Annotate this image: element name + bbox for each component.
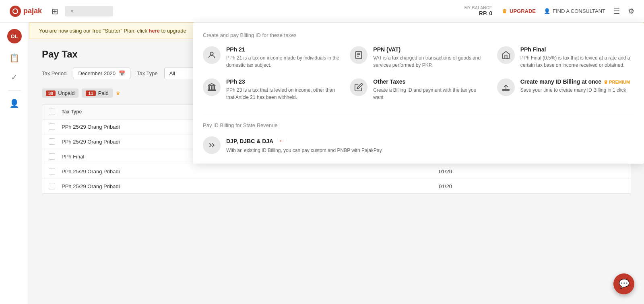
consultant-button[interactable]: 👤 FIND A CONSULTANT xyxy=(544,8,605,14)
popup-item-title: Create many ID Billing at once♛ PREMIUM xyxy=(520,78,634,85)
row-checkbox[interactable] xyxy=(49,123,55,130)
settings-icon[interactable]: ⚙ xyxy=(628,7,634,16)
type-label: Tax Type xyxy=(137,70,158,76)
popup-item-desc: PPh Final (0.5%) is tax that is levied a… xyxy=(520,54,634,69)
djbc-title: DJP, DJBC & DJA ← xyxy=(226,137,382,145)
popup-item-content: Other Taxes Create a Billing ID and paym… xyxy=(373,78,487,101)
popup-item-content: PPh 21 PPh 21 is a tax on income made by… xyxy=(226,46,340,69)
period-value: December 2020 xyxy=(78,70,116,76)
logo-icon xyxy=(10,6,21,17)
tab-unpaid[interactable]: 30 Unpaid xyxy=(42,88,78,98)
popup-item[interactable]: PPN (VAT) VAT is a tax charged on transa… xyxy=(350,46,487,69)
svg-rect-8 xyxy=(214,86,215,90)
popup-item-icon xyxy=(497,46,515,64)
chat-icon: 💬 xyxy=(619,279,630,289)
popup-item-content: PPN (VAT) VAT is a tax charged on transa… xyxy=(373,46,487,69)
djbc-icon xyxy=(203,136,221,154)
create-transaction-popup: Create and pay Billing ID for these taxe… xyxy=(193,23,644,164)
popup-item-desc: Save your time to create many ID Billing… xyxy=(520,86,634,94)
popup-item-icon xyxy=(350,78,367,96)
svg-point-0 xyxy=(210,52,213,55)
popup-item-desc: PPh 21 is a tax on income made by indivi… xyxy=(226,54,340,69)
menu-icon[interactable]: ☰ xyxy=(613,7,620,16)
row-tax: PPh 25/29 Orang Pribadi xyxy=(62,168,432,175)
popup-divider xyxy=(203,114,634,114)
nav-actions: ♛ UPGRADE 👤 FIND A CONSULTANT ☰ ⚙ xyxy=(502,7,634,16)
sidebar-item-person[interactable]: 👤 xyxy=(6,95,23,111)
popup-item[interactable]: PPh 21 PPh 21 is a tax on income made by… xyxy=(203,46,340,69)
row-period: 01/20 xyxy=(439,168,624,175)
popup-item-icon xyxy=(203,78,221,96)
consultant-label: FIND A CONSULTANT xyxy=(553,8,605,14)
svg-rect-11 xyxy=(502,90,509,91)
popup-item[interactable]: Create many ID Billing at once♛ PREMIUM … xyxy=(497,78,634,101)
unpaid-count: 30 xyxy=(46,90,56,96)
popup-item-desc: PPh 23 is a tax that is levied on income… xyxy=(226,86,340,101)
balance-section: MY BALANCE RP. 0 xyxy=(464,6,492,16)
consultant-icon: 👤 xyxy=(544,8,550,14)
djbc-content: DJP, DJBC & DJA ← With an existing ID Bi… xyxy=(226,137,382,154)
djbc-item[interactable]: DJP, DJBC & DJA ← With an existing ID Bi… xyxy=(203,136,634,154)
djbc-arrow-icon: ← xyxy=(278,137,285,145)
popup-item-icon xyxy=(350,46,367,64)
popup-item-content: Create many ID Billing at once♛ PREMIUM … xyxy=(520,78,634,94)
tab-paid[interactable]: 11 Paid xyxy=(82,88,112,98)
crown-icon: ♛ xyxy=(502,8,507,14)
popup-section2-title: Pay ID Billing for State Revenue xyxy=(203,122,634,128)
popup-item[interactable]: PPh 23 PPh 23 is a tax that is levied on… xyxy=(203,78,340,101)
company-selector[interactable]: ▼ xyxy=(65,6,113,16)
row-checkbox[interactable] xyxy=(49,138,55,145)
popup-item-title: PPN (VAT) xyxy=(373,46,487,53)
row-checkbox[interactable] xyxy=(49,153,55,160)
type-value: All xyxy=(169,70,175,76)
paid-count: 11 xyxy=(86,90,95,96)
popup-item-title: Other Taxes xyxy=(373,78,487,85)
banner-link[interactable]: here xyxy=(149,28,160,34)
sidebar-item-check[interactable]: ✓ xyxy=(6,69,23,85)
banner-text-after: to upgrade xyxy=(160,28,186,34)
logo: pajak xyxy=(10,6,42,17)
period-label: Tax Period xyxy=(42,70,66,76)
row-checkbox[interactable] xyxy=(49,168,55,175)
popup-item-icon xyxy=(497,78,515,96)
calendar-icon: 📅 xyxy=(119,70,125,76)
select-all-checkbox[interactable] xyxy=(49,109,55,115)
sidebar: OL 📋 ✓ 👤 xyxy=(0,23,29,304)
djbc-desc: With an existing ID Billing, you can pay… xyxy=(226,147,382,154)
period-picker[interactable]: December 2020 📅 xyxy=(73,68,130,79)
popup-item-title: PPh 21 xyxy=(226,46,340,53)
upgrade-button[interactable]: ♛ UPGRADE xyxy=(502,8,536,14)
upgrade-label: UPGRADE xyxy=(510,8,536,14)
sidebar-divider xyxy=(8,90,21,90)
tab-premium[interactable]: ♛ xyxy=(116,90,120,96)
svg-rect-6 xyxy=(209,86,210,90)
grid-icon[interactable]: ⊞ xyxy=(52,6,58,16)
banner-text-before: You are now using our free "Starter" Pla… xyxy=(39,28,149,34)
popup-item-title: PPh 23 xyxy=(226,78,340,85)
balance-label: MY BALANCE xyxy=(464,6,492,10)
row-checkbox[interactable] xyxy=(49,183,55,189)
avatar[interactable]: OL xyxy=(7,29,22,43)
svg-rect-7 xyxy=(211,86,212,90)
popup-item-content: PPh 23 PPh 23 is a tax that is levied on… xyxy=(226,78,340,101)
premium-label: ♛ PREMIUM xyxy=(604,80,630,85)
row-tax: PPh 25/29 Orang Pribadi xyxy=(62,183,432,189)
table-row[interactable]: PPh 25/29 Orang Pribadi 01/20 xyxy=(42,164,631,179)
popup-item-title: PPh Final xyxy=(520,46,634,53)
row-period: 01/20 xyxy=(439,183,624,189)
popup-grid: PPh 21 PPh 21 is a tax on income made by… xyxy=(203,46,634,101)
table-row[interactable]: PPh 25/29 Orang Pribadi 01/20 xyxy=(42,179,631,193)
paid-label: Paid xyxy=(98,90,109,96)
popup-item-icon xyxy=(203,46,221,64)
popup-item[interactable]: PPh Final PPh Final (0.5%) is tax that i… xyxy=(497,46,634,69)
popup-item-desc: Create a Billing ID and payment with the… xyxy=(373,86,487,101)
balance-amount: RP. 0 xyxy=(464,10,492,16)
chat-fab[interactable]: 💬 xyxy=(613,273,634,294)
popup-item-desc: VAT is a tax charged on transactions of … xyxy=(373,54,487,69)
popup-item[interactable]: Other Taxes Create a Billing ID and paym… xyxy=(350,78,487,101)
company-name: ▼ xyxy=(70,8,74,14)
topnav: pajak ⊞ ▼ MY BALANCE RP. 0 ♛ UPGRADE 👤 F… xyxy=(0,0,644,23)
sidebar-item-pay[interactable]: 📋 xyxy=(6,50,23,66)
unpaid-label: Unpaid xyxy=(58,90,74,96)
logo-text: pajak xyxy=(23,7,42,15)
